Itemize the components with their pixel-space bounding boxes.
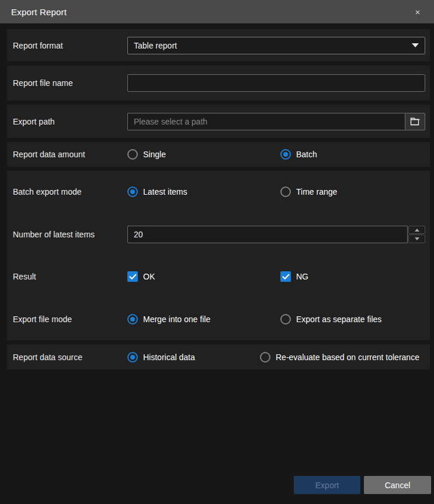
radio-export-separate-files[interactable]: Export as separate files bbox=[280, 314, 381, 325]
report-file-name-label: Report file name bbox=[13, 78, 127, 88]
radio-icon bbox=[127, 314, 138, 325]
row-result: Result OK NG bbox=[7, 256, 430, 298]
dialog-body: Report format Table report Report file n… bbox=[0, 23, 434, 370]
batch-export-mode-label: Batch export mode bbox=[13, 187, 127, 196]
stepper-down-button[interactable] bbox=[408, 234, 425, 243]
radio-icon bbox=[127, 352, 138, 363]
arrow-up-icon bbox=[415, 229, 419, 232]
radio-historical-data[interactable]: Historical data bbox=[127, 352, 260, 363]
section-batch-settings: Batch export mode Latest items Time rang… bbox=[7, 171, 430, 340]
checkbox-ng[interactable]: NG bbox=[280, 271, 308, 282]
close-icon[interactable]: × bbox=[411, 5, 425, 19]
number-stepper bbox=[408, 226, 425, 243]
report-format-value: Table report bbox=[134, 41, 177, 50]
section-report-data-amount: Report data amount Single Batch bbox=[7, 142, 430, 167]
radio-icon bbox=[127, 149, 138, 160]
row-batch-export-mode: Batch export mode Latest items Time rang… bbox=[7, 171, 430, 213]
section-report-format: Report format Table report bbox=[7, 29, 430, 61]
report-data-amount-label: Report data amount bbox=[13, 150, 127, 159]
row-number-of-latest-items: Number of latest items bbox=[7, 213, 430, 256]
report-format-label: Report format bbox=[13, 41, 127, 50]
radio-time-range[interactable]: Time range bbox=[280, 187, 337, 197]
radio-batch[interactable]: Batch bbox=[280, 149, 317, 160]
export-path-label: Export path bbox=[13, 117, 127, 126]
row-export-file-mode: Export file mode Merge into one file Exp… bbox=[7, 298, 430, 341]
section-report-data-source: Report data source Historical data Re-ev… bbox=[7, 344, 430, 370]
checkbox-checked-icon bbox=[127, 271, 138, 282]
folder-icon bbox=[410, 117, 421, 126]
export-file-mode-label: Export file mode bbox=[13, 315, 127, 324]
report-data-source-label: Report data source bbox=[13, 353, 127, 362]
dialog-titlebar: Export Report × bbox=[0, 0, 434, 23]
report-format-dropdown[interactable]: Table report bbox=[127, 37, 425, 54]
radio-reevaluate-current-tolerance[interactable]: Re-evaluate based on current tolerance bbox=[260, 352, 419, 363]
arrow-down-icon bbox=[415, 237, 419, 240]
checkbox-ok[interactable]: OK bbox=[127, 271, 280, 282]
radio-icon bbox=[280, 149, 291, 160]
radio-merge-into-one-file[interactable]: Merge into one file bbox=[127, 314, 280, 325]
chevron-down-icon bbox=[412, 43, 419, 47]
checkbox-checked-icon bbox=[280, 271, 291, 282]
number-of-latest-items-label: Number of latest items bbox=[13, 230, 127, 239]
stepper-up-button[interactable] bbox=[408, 226, 425, 234]
radio-icon bbox=[280, 187, 291, 197]
section-report-file-name: Report file name bbox=[7, 65, 430, 101]
result-label: Result bbox=[13, 272, 127, 281]
cancel-button[interactable]: Cancel bbox=[364, 476, 431, 494]
radio-single[interactable]: Single bbox=[127, 149, 280, 160]
radio-latest-items[interactable]: Latest items bbox=[127, 187, 280, 197]
dialog-title: Export Report bbox=[11, 7, 67, 17]
export-path-input[interactable] bbox=[127, 113, 405, 130]
radio-icon bbox=[127, 187, 138, 197]
radio-icon bbox=[260, 352, 270, 363]
section-export-path: Export path bbox=[7, 105, 430, 138]
report-file-name-input[interactable] bbox=[127, 74, 425, 92]
export-button[interactable]: Export bbox=[294, 476, 360, 494]
radio-icon bbox=[280, 314, 291, 325]
browse-path-button[interactable] bbox=[405, 113, 425, 130]
number-of-latest-items-input[interactable] bbox=[127, 226, 408, 243]
dialog-footer: Export Cancel bbox=[294, 476, 431, 494]
